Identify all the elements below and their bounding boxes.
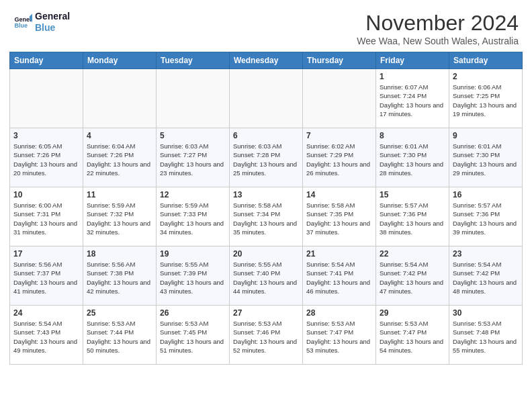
day-info: Sunrise: 5:53 AM Sunset: 7:45 PM Dayligh… bbox=[160, 319, 226, 355]
calendar-cell: 11Sunrise: 5:59 AM Sunset: 7:32 PM Dayli… bbox=[83, 187, 157, 246]
day-info: Sunrise: 5:57 AM Sunset: 7:36 PM Dayligh… bbox=[380, 201, 445, 236]
calendar-cell: 13Sunrise: 5:58 AM Sunset: 7:34 PM Dayli… bbox=[230, 187, 303, 246]
calendar-week-4: 17Sunrise: 5:56 AM Sunset: 7:37 PM Dayli… bbox=[10, 246, 523, 306]
day-number: 26 bbox=[160, 308, 226, 318]
day-number: 5 bbox=[160, 131, 226, 140]
calendar-cell: 20Sunrise: 5:55 AM Sunset: 7:40 PM Dayli… bbox=[230, 246, 303, 306]
calendar-cell bbox=[230, 69, 303, 128]
calendar-cell: 24Sunrise: 5:54 AM Sunset: 7:43 PM Dayli… bbox=[10, 306, 83, 365]
calendar-cell: 10Sunrise: 6:00 AM Sunset: 7:31 PM Dayli… bbox=[10, 187, 83, 246]
day-info: Sunrise: 6:01 AM Sunset: 7:30 PM Dayligh… bbox=[380, 142, 445, 177]
day-info: Sunrise: 6:03 AM Sunset: 7:27 PM Dayligh… bbox=[160, 142, 226, 177]
day-info: Sunrise: 6:01 AM Sunset: 7:30 PM Dayligh… bbox=[453, 142, 519, 177]
calendar-week-5: 24Sunrise: 5:54 AM Sunset: 7:43 PM Dayli… bbox=[10, 306, 523, 365]
day-number: 30 bbox=[453, 308, 519, 318]
calendar-cell: 23Sunrise: 5:54 AM Sunset: 7:42 PM Dayli… bbox=[449, 246, 523, 306]
day-number: 27 bbox=[233, 308, 299, 318]
day-info: Sunrise: 5:53 AM Sunset: 7:44 PM Dayligh… bbox=[87, 319, 152, 355]
day-number: 12 bbox=[160, 190, 226, 199]
logo-icon: General Blue bbox=[13, 13, 32, 32]
day-number: 16 bbox=[453, 190, 519, 199]
day-number: 15 bbox=[380, 190, 445, 199]
day-number: 14 bbox=[306, 190, 372, 199]
day-number: 17 bbox=[13, 249, 79, 259]
day-number: 22 bbox=[380, 249, 445, 259]
day-number: 7 bbox=[306, 131, 372, 140]
calendar-cell bbox=[157, 69, 230, 128]
calendar-cell: 22Sunrise: 5:54 AM Sunset: 7:42 PM Dayli… bbox=[376, 246, 449, 306]
svg-text:Blue: Blue bbox=[14, 22, 28, 29]
weekday-header-monday: Monday bbox=[83, 52, 157, 69]
day-info: Sunrise: 5:53 AM Sunset: 7:46 PM Dayligh… bbox=[233, 319, 299, 355]
day-info: Sunrise: 5:55 AM Sunset: 7:40 PM Dayligh… bbox=[233, 260, 299, 295]
day-number: 9 bbox=[453, 131, 519, 140]
weekday-header-friday: Friday bbox=[376, 52, 449, 69]
calendar-cell: 28Sunrise: 5:53 AM Sunset: 7:47 PM Dayli… bbox=[303, 306, 376, 365]
page-title: November 2024 bbox=[357, 11, 519, 36]
day-info: Sunrise: 5:54 AM Sunset: 7:41 PM Dayligh… bbox=[306, 260, 372, 295]
day-number: 3 bbox=[13, 131, 79, 140]
day-number: 19 bbox=[160, 249, 226, 259]
day-info: Sunrise: 5:59 AM Sunset: 7:33 PM Dayligh… bbox=[160, 201, 226, 236]
calendar-cell: 19Sunrise: 5:55 AM Sunset: 7:39 PM Dayli… bbox=[157, 246, 230, 306]
day-info: Sunrise: 5:57 AM Sunset: 7:36 PM Dayligh… bbox=[453, 201, 519, 236]
title-block: November 2024 Wee Waa, New South Wales, … bbox=[357, 11, 519, 46]
day-info: Sunrise: 6:06 AM Sunset: 7:25 PM Dayligh… bbox=[453, 83, 519, 118]
day-info: Sunrise: 6:03 AM Sunset: 7:28 PM Dayligh… bbox=[233, 142, 299, 177]
day-number: 1 bbox=[380, 72, 445, 81]
calendar-week-1: 1Sunrise: 6:07 AM Sunset: 7:24 PM Daylig… bbox=[10, 69, 523, 128]
day-number: 24 bbox=[13, 308, 79, 318]
day-number: 23 bbox=[453, 249, 519, 259]
weekday-header-sunday: Sunday bbox=[10, 52, 83, 69]
calendar-cell: 8Sunrise: 6:01 AM Sunset: 7:30 PM Daylig… bbox=[376, 128, 449, 187]
day-info: Sunrise: 5:58 AM Sunset: 7:35 PM Dayligh… bbox=[306, 201, 372, 236]
calendar-cell: 7Sunrise: 6:02 AM Sunset: 7:29 PM Daylig… bbox=[303, 128, 376, 187]
day-number: 4 bbox=[87, 131, 152, 140]
calendar-cell: 15Sunrise: 5:57 AM Sunset: 7:36 PM Dayli… bbox=[376, 187, 449, 246]
day-info: Sunrise: 6:00 AM Sunset: 7:31 PM Dayligh… bbox=[13, 201, 79, 236]
calendar-cell: 27Sunrise: 5:53 AM Sunset: 7:46 PM Dayli… bbox=[230, 306, 303, 365]
day-number: 21 bbox=[306, 249, 372, 259]
day-info: Sunrise: 6:04 AM Sunset: 7:26 PM Dayligh… bbox=[87, 142, 152, 177]
calendar-cell: 16Sunrise: 5:57 AM Sunset: 7:36 PM Dayli… bbox=[449, 187, 523, 246]
day-number: 10 bbox=[13, 190, 79, 199]
day-number: 28 bbox=[306, 308, 372, 318]
calendar-cell: 6Sunrise: 6:03 AM Sunset: 7:28 PM Daylig… bbox=[230, 128, 303, 187]
logo-text: General Blue bbox=[35, 11, 70, 34]
day-info: Sunrise: 5:56 AM Sunset: 7:37 PM Dayligh… bbox=[13, 260, 79, 295]
calendar-table: SundayMondayTuesdayWednesdayThursdayFrid… bbox=[9, 52, 523, 365]
calendar-cell: 2Sunrise: 6:06 AM Sunset: 7:25 PM Daylig… bbox=[449, 69, 523, 128]
calendar-cell: 3Sunrise: 6:05 AM Sunset: 7:26 PM Daylig… bbox=[10, 128, 83, 187]
calendar-cell bbox=[303, 69, 376, 128]
day-number: 25 bbox=[87, 308, 152, 318]
day-number: 13 bbox=[233, 190, 299, 199]
day-info: Sunrise: 6:07 AM Sunset: 7:24 PM Dayligh… bbox=[380, 83, 445, 118]
calendar-cell: 14Sunrise: 5:58 AM Sunset: 7:35 PM Dayli… bbox=[303, 187, 376, 246]
weekday-header-saturday: Saturday bbox=[449, 52, 523, 69]
calendar-cell bbox=[83, 69, 157, 128]
day-info: Sunrise: 6:05 AM Sunset: 7:26 PM Dayligh… bbox=[13, 142, 79, 177]
day-info: Sunrise: 5:54 AM Sunset: 7:43 PM Dayligh… bbox=[13, 319, 79, 355]
day-number: 20 bbox=[233, 249, 299, 259]
day-info: Sunrise: 5:53 AM Sunset: 7:48 PM Dayligh… bbox=[453, 319, 519, 355]
calendar-week-3: 10Sunrise: 6:00 AM Sunset: 7:31 PM Dayli… bbox=[10, 187, 523, 246]
calendar-cell: 1Sunrise: 6:07 AM Sunset: 7:24 PM Daylig… bbox=[376, 69, 449, 128]
day-info: Sunrise: 5:56 AM Sunset: 7:38 PM Dayligh… bbox=[87, 260, 152, 295]
weekday-header-tuesday: Tuesday bbox=[157, 52, 230, 69]
calendar-cell: 17Sunrise: 5:56 AM Sunset: 7:37 PM Dayli… bbox=[10, 246, 83, 306]
day-info: Sunrise: 5:55 AM Sunset: 7:39 PM Dayligh… bbox=[160, 260, 226, 295]
day-number: 18 bbox=[87, 249, 152, 259]
day-info: Sunrise: 5:53 AM Sunset: 7:47 PM Dayligh… bbox=[380, 319, 445, 355]
day-info: Sunrise: 5:54 AM Sunset: 7:42 PM Dayligh… bbox=[453, 260, 519, 295]
page-subtitle: Wee Waa, New South Wales, Australia bbox=[357, 36, 519, 46]
calendar-cell: 9Sunrise: 6:01 AM Sunset: 7:30 PM Daylig… bbox=[449, 128, 523, 187]
calendar-cell: 18Sunrise: 5:56 AM Sunset: 7:38 PM Dayli… bbox=[83, 246, 157, 306]
calendar-cell: 30Sunrise: 5:53 AM Sunset: 7:48 PM Dayli… bbox=[449, 306, 523, 365]
calendar-cell: 29Sunrise: 5:53 AM Sunset: 7:47 PM Dayli… bbox=[376, 306, 449, 365]
page-header: General Blue General Blue November 2024 … bbox=[0, 0, 532, 52]
calendar-cell: 5Sunrise: 6:03 AM Sunset: 7:27 PM Daylig… bbox=[157, 128, 230, 187]
calendar-cell: 12Sunrise: 5:59 AM Sunset: 7:33 PM Dayli… bbox=[157, 187, 230, 246]
calendar-week-2: 3Sunrise: 6:05 AM Sunset: 7:26 PM Daylig… bbox=[10, 128, 523, 187]
calendar-cell: 4Sunrise: 6:04 AM Sunset: 7:26 PM Daylig… bbox=[83, 128, 157, 187]
calendar-cell: 26Sunrise: 5:53 AM Sunset: 7:45 PM Dayli… bbox=[157, 306, 230, 365]
